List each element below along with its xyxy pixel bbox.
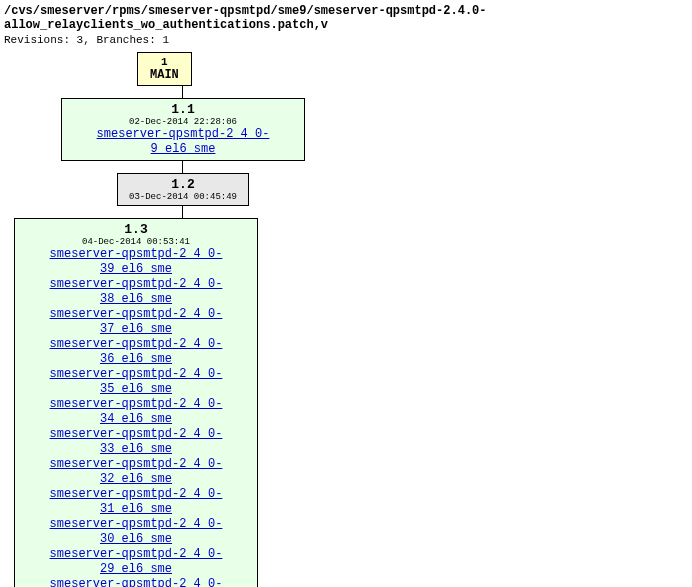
tag-link[interactable]: smeserver-qpsmtpd-2_4_0-9_el6_sme: [70, 127, 296, 157]
revision-graph: 1 MAIN 1.102-Dec-2014 22:28:06smeserver-…: [14, 52, 688, 587]
tag-link[interactable]: smeserver-qpsmtpd-2_4_0-35_el6_sme: [23, 367, 249, 397]
tag-link[interactable]: smeserver-qpsmtpd-2_4_0-32_el6_sme: [23, 457, 249, 487]
revision-number: 1.3: [23, 222, 249, 237]
tag-link[interactable]: smeserver-qpsmtpd-2_4_0-30_el6_sme: [23, 517, 249, 547]
revision-box[interactable]: 1.203-Dec-2014 00:45:49: [117, 173, 249, 206]
revision-box[interactable]: 1.102-Dec-2014 22:28:06smeserver-qpsmtpd…: [61, 98, 305, 161]
branch-root[interactable]: 1 MAIN: [137, 52, 192, 86]
tag-link[interactable]: smeserver-qpsmtpd-2_4_0-28_el6_sme: [23, 577, 249, 587]
tag-link[interactable]: smeserver-qpsmtpd-2_4_0-39_el6_sme: [23, 247, 249, 277]
revision-date: 02-Dec-2014 22:28:06: [70, 117, 296, 127]
revision-box[interactable]: 1.304-Dec-2014 00:53:41smeserver-qpsmtpd…: [14, 218, 258, 587]
graph-connector: [182, 206, 183, 218]
tag-link[interactable]: smeserver-qpsmtpd-2_4_0-33_el6_sme: [23, 427, 249, 457]
branch-number: 1: [150, 56, 179, 68]
tag-link[interactable]: smeserver-qpsmtpd-2_4_0-31_el6_sme: [23, 487, 249, 517]
revision-date: 04-Dec-2014 00:53:41: [23, 237, 249, 247]
revisions-summary: Revisions: 3, Branches: 1: [4, 34, 688, 46]
tag-link[interactable]: smeserver-qpsmtpd-2_4_0-29_el6_sme: [23, 547, 249, 577]
revision-date: 03-Dec-2014 00:45:49: [126, 192, 240, 202]
revision-number: 1.1: [70, 102, 296, 117]
file-path: /cvs/smeserver/rpms/smeserver-qpsmtpd/sm…: [4, 4, 688, 32]
tag-link[interactable]: smeserver-qpsmtpd-2_4_0-36_el6_sme: [23, 337, 249, 367]
revision-number: 1.2: [126, 177, 240, 192]
branch-name: MAIN: [150, 68, 179, 82]
tag-link[interactable]: smeserver-qpsmtpd-2_4_0-34_el6_sme: [23, 397, 249, 427]
graph-connector: [182, 161, 183, 173]
tag-link[interactable]: smeserver-qpsmtpd-2_4_0-38_el6_sme: [23, 277, 249, 307]
tag-link[interactable]: smeserver-qpsmtpd-2_4_0-37_el6_sme: [23, 307, 249, 337]
graph-connector: [182, 86, 183, 98]
